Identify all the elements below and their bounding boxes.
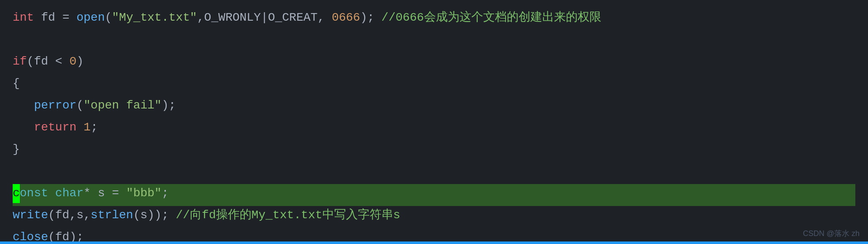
code-line-7: } — [13, 140, 855, 162]
comment-2: //向fd操作的My_txt.txt中写入字符串s — [176, 206, 400, 225]
code-line-8 — [13, 162, 855, 184]
code-line-10: write (fd,s, strlen (s)); //向fd操作的My_txt… — [13, 206, 855, 228]
space-1 — [76, 118, 84, 137]
punc-4: (fd < — [27, 52, 70, 71]
fn-open: open — [76, 8, 105, 27]
fn-write: write — [13, 206, 48, 225]
punc-10: (fd,s, — [48, 206, 91, 225]
var-s: * s = — [84, 184, 126, 203]
keyword-int: int — [13, 8, 34, 27]
var-fd: fd = — [34, 8, 76, 27]
punc-9: ; — [162, 184, 169, 203]
comment-1: //0666会成为这个文档的创建出来的权限 — [381, 8, 601, 27]
fn-strlen: strlen — [91, 206, 133, 225]
punc-6: ( — [76, 96, 84, 115]
punc-8: ; — [91, 118, 98, 137]
keyword-char: char — [55, 184, 84, 203]
str-filename: "My_txt.txt" — [112, 8, 197, 27]
punc-5: ) — [76, 52, 84, 71]
brace-open: { — [13, 74, 20, 93]
code-line-5: perror ( "open fail" ); — [13, 96, 855, 118]
code-line-1: int fd = open ( "My_txt.txt" ,O_WRONLY|O… — [13, 8, 855, 30]
space-2 — [48, 184, 55, 203]
keyword-return: return — [34, 118, 76, 137]
code-line-9: c onst char * s = "bbb" ; — [13, 184, 855, 206]
num-1: 1 — [84, 118, 91, 137]
punc-11: (s)); — [133, 206, 176, 225]
punc-3: ); — [360, 8, 381, 27]
fn-perror: perror — [34, 96, 76, 115]
num-0666: 0666 — [332, 8, 360, 27]
cursor: c — [13, 184, 20, 203]
punc-1: ( — [105, 8, 112, 27]
code-editor: int fd = open ( "My_txt.txt" ,O_WRONLY|O… — [0, 0, 868, 244]
indent-2 — [13, 118, 34, 137]
code-line-6: return 1 ; — [13, 118, 855, 140]
brace-close-1: } — [13, 140, 20, 159]
code-line-2 — [13, 30, 855, 52]
code-line-3: if (fd < 0 ) — [13, 52, 855, 74]
str-bbb: "bbb" — [126, 184, 162, 203]
watermark: CSDN @落水 zh — [803, 228, 860, 240]
bottom-bar — [0, 241, 868, 244]
keyword-if: if — [13, 52, 27, 71]
num-0: 0 — [69, 52, 76, 71]
code-line-4: { — [13, 74, 855, 96]
keyword-const-rest: onst — [20, 184, 48, 203]
str-open-fail: "open fail" — [84, 96, 162, 115]
indent-1 — [13, 96, 34, 115]
punc-2: ,O_WRONLY|O_CREAT, — [197, 8, 332, 27]
punc-7: ); — [162, 96, 176, 115]
